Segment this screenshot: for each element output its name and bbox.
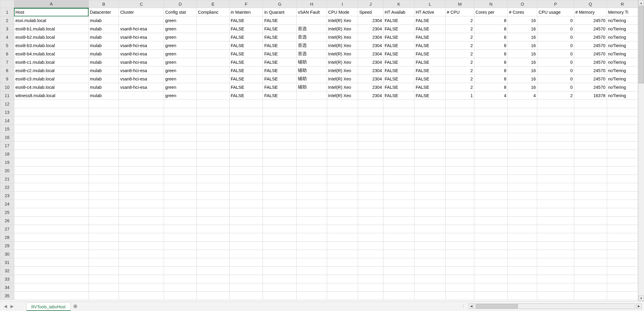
cell-K23[interactable] <box>383 192 414 200</box>
cell-I8[interactable]: Intel(R) Xeo <box>327 66 358 75</box>
cell-R6[interactable]: noTiering <box>607 50 638 58</box>
cell-D34[interactable] <box>164 283 197 292</box>
cell-A11[interactable]: witness8.mulab.local <box>14 91 89 100</box>
cell-I5[interactable]: Intel(R) Xeo <box>327 41 358 50</box>
cell-R25[interactable] <box>607 208 638 217</box>
cell-K32[interactable] <box>383 267 414 275</box>
cell-R20[interactable] <box>607 167 638 175</box>
cell-P24[interactable] <box>537 200 574 208</box>
cell-M29[interactable] <box>445 242 474 250</box>
cell-L35[interactable] <box>414 292 445 300</box>
cell-E7[interactable] <box>196 58 229 66</box>
cell-P16[interactable] <box>537 133 574 141</box>
cell-E17[interactable] <box>196 141 229 150</box>
cell-K35[interactable] <box>383 292 414 300</box>
cell-Q35[interactable] <box>574 292 607 300</box>
cell-K26[interactable] <box>383 217 414 225</box>
cell-L4[interactable]: FALSE <box>414 33 445 41</box>
cell-P22[interactable] <box>537 183 574 192</box>
cell-D20[interactable] <box>164 167 197 175</box>
cell-P25[interactable] <box>537 208 574 217</box>
cell-C9[interactable]: vsan8-hci-esa <box>119 75 164 83</box>
cell-K30[interactable] <box>383 250 414 258</box>
cell-L23[interactable] <box>414 192 445 200</box>
cell-B31[interactable] <box>89 258 119 267</box>
column-header-C[interactable]: C <box>119 0 164 8</box>
cell-F19[interactable] <box>229 158 263 167</box>
cell-G7[interactable]: FALSE <box>263 58 297 66</box>
cell-N30[interactable] <box>474 250 508 258</box>
cell-H6[interactable]: 首选 <box>296 50 327 58</box>
cell-K24[interactable] <box>383 200 414 208</box>
cell-I16[interactable] <box>327 133 358 141</box>
cell-G24[interactable] <box>263 200 297 208</box>
cell-F13[interactable] <box>229 108 263 116</box>
cell-P33[interactable] <box>537 275 574 283</box>
cell-R27[interactable] <box>607 225 638 233</box>
cell-C20[interactable] <box>119 167 164 175</box>
cell-A7[interactable]: esxi8-c1.mulab.local <box>14 58 89 66</box>
cell-J8[interactable]: 2304 <box>358 66 383 75</box>
cell-A8[interactable]: esxi8-c2.mulab.local <box>14 66 89 75</box>
cell-P7[interactable]: 0 <box>537 58 574 66</box>
row-header-12[interactable]: 12 <box>0 100 14 108</box>
cell-F33[interactable] <box>229 275 263 283</box>
cell-G25[interactable] <box>263 208 297 217</box>
cell-M13[interactable] <box>445 108 474 116</box>
cell-M23[interactable] <box>445 192 474 200</box>
cell-I10[interactable]: Intel(R) Xeo <box>327 83 358 91</box>
cell-C10[interactable]: vsan8-hci-esa <box>119 83 164 91</box>
cell-A30[interactable] <box>14 250 89 258</box>
cell-O34[interactable] <box>508 283 537 292</box>
cell-R5[interactable]: noTiering <box>607 41 638 50</box>
cell-R11[interactable]: noTiering <box>607 91 638 100</box>
cell-F17[interactable] <box>229 141 263 150</box>
cell-G2[interactable]: FALSE <box>263 16 297 25</box>
row-header-8[interactable]: 8 <box>0 66 14 75</box>
cell-Q20[interactable] <box>574 167 607 175</box>
cell-F26[interactable] <box>229 217 263 225</box>
cell-G29[interactable] <box>263 242 297 250</box>
cell-B4[interactable]: mulab <box>89 33 119 41</box>
cell-M25[interactable] <box>445 208 474 217</box>
cell-I24[interactable] <box>327 200 358 208</box>
cell-L27[interactable] <box>414 225 445 233</box>
cell-C6[interactable]: vsan8-hci-esa <box>119 50 164 58</box>
cell-J26[interactable] <box>358 217 383 225</box>
cell-D27[interactable] <box>164 225 197 233</box>
cell-B12[interactable] <box>89 100 119 108</box>
cell-I11[interactable]: Intel(R) Xeo <box>327 91 358 100</box>
cell-I23[interactable] <box>327 192 358 200</box>
cell-J33[interactable] <box>358 275 383 283</box>
cell-K13[interactable] <box>383 108 414 116</box>
cell-P4[interactable]: 0 <box>537 33 574 41</box>
row-header-5[interactable]: 5 <box>0 41 14 50</box>
cell-N7[interactable]: 8 <box>474 58 508 66</box>
cell-I3[interactable]: Intel(R) Xeo <box>327 25 358 33</box>
cell-N31[interactable] <box>474 258 508 267</box>
cell-O35[interactable] <box>508 292 537 300</box>
cell-K11[interactable]: FALSE <box>383 91 414 100</box>
cell-Q4[interactable]: 24570 <box>574 33 607 41</box>
cell-M3[interactable]: 2 <box>445 25 474 33</box>
cell-Q25[interactable] <box>574 208 607 217</box>
cell-Q11[interactable]: 16378 <box>574 91 607 100</box>
cell-K15[interactable] <box>383 125 414 133</box>
cell-H32[interactable] <box>296 267 327 275</box>
cell-B30[interactable] <box>89 250 119 258</box>
cell-G21[interactable] <box>263 175 297 183</box>
cell-R15[interactable] <box>607 125 638 133</box>
cell-C2[interactable] <box>119 16 164 25</box>
column-header-F[interactable]: F <box>229 0 263 8</box>
cell-G28[interactable] <box>263 233 297 242</box>
row-header-30[interactable]: 30 <box>0 250 14 258</box>
cell-D18[interactable] <box>164 150 197 158</box>
row-header-18[interactable]: 18 <box>0 150 14 158</box>
cell-C1[interactable]: Cluster <box>119 8 164 16</box>
cell-I21[interactable] <box>327 175 358 183</box>
cell-N25[interactable] <box>474 208 508 217</box>
cell-A26[interactable] <box>14 217 89 225</box>
cell-J23[interactable] <box>358 192 383 200</box>
row-header-21[interactable]: 21 <box>0 175 14 183</box>
column-header-N[interactable]: N <box>474 0 508 8</box>
